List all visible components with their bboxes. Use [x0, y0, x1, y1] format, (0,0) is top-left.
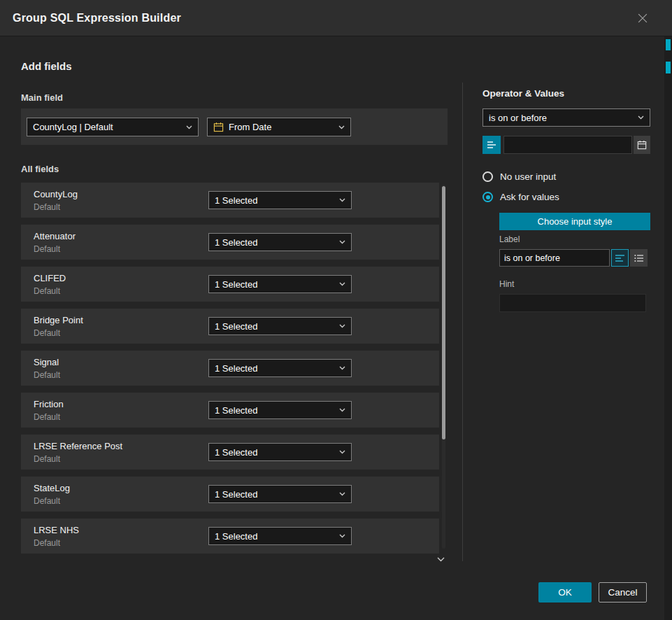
- ask-for-values-radio[interactable]: [482, 192, 493, 202]
- field-row: Signal Default 1 Selected: [21, 351, 439, 386]
- calendar-picker-button[interactable]: [634, 136, 650, 154]
- field-subtitle: Default: [34, 454, 60, 464]
- field-selected-dropdown[interactable]: 1 Selected: [208, 191, 352, 209]
- chevron-down-icon: [339, 408, 345, 412]
- field-name: Bridge Point: [34, 315, 83, 325]
- field-subtitle: Default: [34, 244, 60, 254]
- field-selected-value: 1 Selected: [215, 279, 257, 290]
- field-selected-value: 1 Selected: [215, 531, 257, 542]
- field-subtitle: Default: [34, 538, 60, 548]
- dialog-scrollbar[interactable]: [664, 36, 672, 620]
- field-row: Attenuator Default 1 Selected: [21, 225, 439, 260]
- field-selected-value: 1 Selected: [215, 195, 257, 206]
- date-value-input[interactable]: [503, 136, 632, 154]
- field-selected-value: 1 Selected: [215, 489, 257, 500]
- field-selected-value: 1 Selected: [215, 447, 257, 458]
- dialog-header: Group SQL Expression Builder: [0, 0, 672, 36]
- calendar-icon: [213, 122, 224, 132]
- field-row: CountyLog Default 1 Selected: [21, 183, 439, 218]
- main-field-panel: CountyLog | Default From Date: [21, 108, 448, 145]
- field-subtitle: Default: [34, 202, 60, 212]
- operator-dropdown[interactable]: is on or before: [482, 108, 650, 127]
- ask-for-values-label: Ask for values: [500, 192, 559, 202]
- chevron-down-icon: [339, 198, 345, 202]
- field-selected-dropdown[interactable]: 1 Selected: [208, 527, 352, 545]
- field-selected-dropdown[interactable]: 1 Selected: [208, 233, 352, 251]
- dialog-scrollbar-thumb[interactable]: [666, 62, 671, 73]
- no-user-input-option: No user input: [482, 171, 556, 182]
- choose-input-style-button[interactable]: Choose input style: [499, 213, 650, 230]
- chevron-down-icon: [339, 534, 345, 538]
- ok-button[interactable]: OK: [538, 582, 592, 603]
- field-row: Bridge Point Default 1 Selected: [21, 309, 439, 344]
- hint-input[interactable]: [499, 294, 646, 312]
- operator-values-heading: Operator & Values: [482, 88, 564, 99]
- chevron-down-icon: [338, 125, 345, 129]
- field-row: CLIFED Default 1 Selected: [21, 267, 439, 302]
- chevron-down-icon: [339, 240, 345, 244]
- field-name: LRSE NHS: [34, 525, 79, 535]
- dialog-title: Group SQL Expression Builder: [13, 12, 181, 24]
- layer-dropdown-value: CountyLog | Default: [33, 122, 113, 132]
- chevron-down-icon: [339, 282, 345, 286]
- chevron-down-icon: [339, 492, 345, 496]
- chevron-down-icon: [339, 450, 345, 454]
- main-field-dropdown-value: From Date: [229, 122, 271, 132]
- list-scrollbar-thumb[interactable]: [442, 186, 445, 439]
- chevron-down-icon: [186, 125, 192, 129]
- input-style-list-icon[interactable]: [630, 249, 648, 267]
- field-subtitle: Default: [34, 412, 60, 422]
- label-caption: Label: [499, 234, 520, 244]
- field-selected-dropdown[interactable]: 1 Selected: [208, 317, 352, 335]
- field-selected-dropdown[interactable]: 1 Selected: [208, 401, 352, 419]
- field-name: CountyLog: [34, 189, 78, 199]
- field-name: CLIFED: [34, 273, 66, 283]
- field-subtitle: Default: [34, 496, 60, 506]
- field-name: StateLog: [34, 483, 70, 493]
- field-name: Signal: [34, 357, 59, 367]
- field-subtitle: Default: [34, 328, 60, 338]
- field-row: LRSE NHS Default 1 Selected: [21, 519, 439, 554]
- vertical-divider: [462, 83, 463, 561]
- field-row: LRSE Reference Post Default 1 Selected: [21, 435, 439, 470]
- no-user-input-radio[interactable]: [482, 171, 493, 182]
- hint-caption: Hint: [499, 279, 514, 289]
- scroll-down-icon[interactable]: [437, 552, 445, 565]
- all-fields-list: CountyLog Default 1 Selected Attenuator …: [21, 183, 439, 561]
- group-sql-expression-builder-dialog: Group SQL Expression Builder Add fields …: [0, 0, 672, 620]
- field-subtitle: Default: [34, 286, 60, 296]
- chevron-down-icon: [638, 115, 644, 120]
- field-name: Attenuator: [34, 231, 76, 241]
- chevron-down-icon: [339, 366, 345, 370]
- date-mode-button[interactable]: [482, 136, 501, 154]
- main-field-dropdown[interactable]: From Date: [207, 118, 351, 136]
- field-name: LRSE Reference Post: [34, 441, 122, 451]
- field-selected-dropdown[interactable]: 1 Selected: [208, 275, 352, 293]
- chevron-down-icon: [339, 324, 345, 328]
- list-scrollbar[interactable]: [442, 185, 445, 549]
- field-name: Friction: [34, 399, 64, 409]
- add-fields-heading: Add fields: [21, 60, 72, 72]
- close-icon[interactable]: [636, 11, 650, 25]
- operator-dropdown-value: is on or before: [489, 113, 547, 123]
- field-row: StateLog Default 1 Selected: [21, 477, 439, 512]
- field-selected-value: 1 Selected: [215, 405, 257, 416]
- layer-dropdown[interactable]: CountyLog | Default: [27, 118, 199, 136]
- cancel-button[interactable]: Cancel: [599, 582, 647, 603]
- dialog-scrollbar-thumb[interactable]: [666, 39, 671, 50]
- field-selected-value: 1 Selected: [215, 237, 257, 248]
- field-selected-value: 1 Selected: [215, 363, 257, 374]
- label-input[interactable]: [499, 249, 610, 267]
- all-fields-label: All fields: [21, 164, 59, 174]
- field-subtitle: Default: [34, 370, 60, 380]
- field-selected-dropdown[interactable]: 1 Selected: [208, 359, 352, 377]
- field-selected-dropdown[interactable]: 1 Selected: [208, 485, 352, 503]
- field-selected-value: 1 Selected: [215, 321, 257, 332]
- input-style-single-icon[interactable]: [611, 249, 629, 267]
- main-field-label: Main field: [21, 92, 63, 103]
- field-row: Friction Default 1 Selected: [21, 393, 439, 428]
- ask-for-values-option: Ask for values: [482, 192, 559, 202]
- no-user-input-label: No user input: [500, 171, 556, 182]
- field-selected-dropdown[interactable]: 1 Selected: [208, 443, 352, 461]
